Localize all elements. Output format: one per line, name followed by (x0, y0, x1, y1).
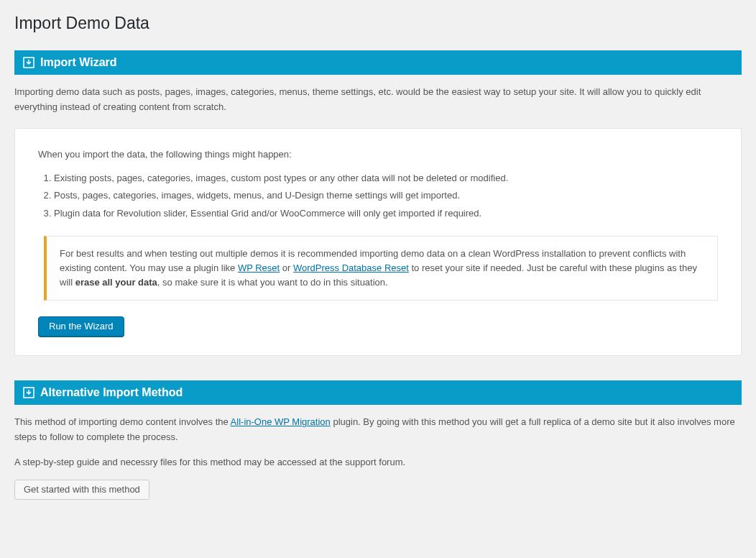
list-item: Existing posts, pages, categories, image… (54, 170, 718, 188)
get-started-button[interactable]: Get started with this method (14, 480, 149, 500)
wp-reset-link[interactable]: WP Reset (238, 262, 280, 273)
import-icon (23, 387, 34, 398)
wp-database-reset-link[interactable]: WordPress Database Reset (293, 262, 409, 273)
page-wrap: Import Demo Data Import Wizard Importing… (0, 0, 756, 529)
run-wizard-button[interactable]: Run the Wizard (38, 316, 124, 337)
wizard-panel: When you import the data, the following … (14, 128, 742, 356)
notice-or: or (280, 262, 293, 273)
alternative-p2: A step-by-step guide and necessry files … (14, 455, 742, 470)
wizard-header-title: Import Wizard (40, 56, 117, 69)
list-item: Plugin data for Revolution slider, Essen… (54, 205, 718, 223)
wizard-notice: For best results and when testing out mu… (44, 236, 718, 301)
import-icon (23, 57, 34, 68)
page-title: Import Demo Data (14, 7, 742, 36)
alt-p1a: This method of importing demo content in… (14, 416, 231, 427)
alternative-section-header: Alternative Import Method (14, 380, 742, 405)
notice-part3: , so make sure it is what you want to do… (157, 277, 388, 288)
wizard-section-header: Import Wizard (14, 50, 742, 75)
wizard-panel-lead: When you import the data, the following … (38, 149, 718, 160)
all-in-one-migration-link[interactable]: All-in-One WP Migration (231, 416, 331, 427)
alternative-p1: This method of importing demo content in… (14, 415, 742, 445)
wizard-happen-list: Existing posts, pages, categories, image… (38, 170, 718, 223)
notice-text: For best results and when testing out mu… (60, 247, 704, 290)
list-item: Posts, pages, categories, images, widget… (54, 187, 718, 205)
notice-strong: erase all your data (75, 277, 157, 288)
wizard-intro-text: Importing demo data such as posts, pages… (14, 85, 742, 115)
alternative-header-title: Alternative Import Method (40, 386, 183, 399)
